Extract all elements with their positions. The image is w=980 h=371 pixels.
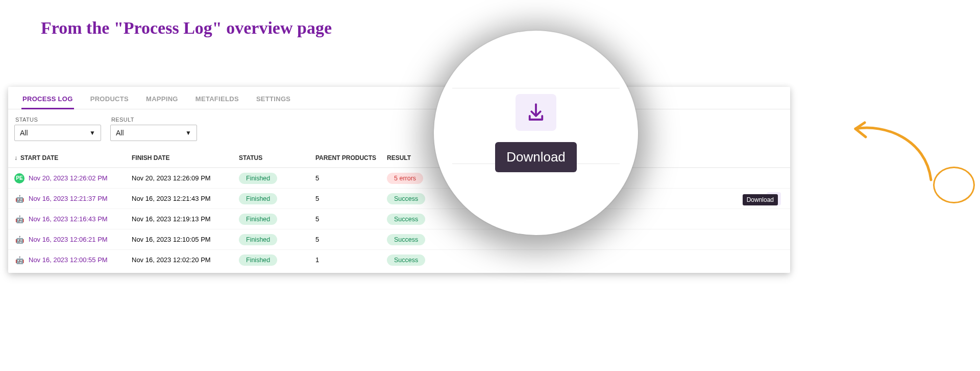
result-select-value: All — [116, 129, 124, 137]
col-start-date[interactable]: ↓ START DATE — [14, 154, 132, 161]
annotation-arrow-icon — [849, 119, 936, 185]
finish-date: Nov 16, 2023 12:02:20 PM — [132, 256, 239, 264]
table-row: 🤖 Nov 16, 2023 12:06:21 PM Nov 16, 2023 … — [8, 229, 790, 249]
tab-products[interactable]: PRODUCTS — [89, 92, 130, 109]
parent-products: 5 — [315, 174, 387, 182]
result-badge: Success — [387, 193, 425, 204]
finish-date: Nov 16, 2023 12:10:05 PM — [132, 236, 239, 243]
status-select[interactable]: All ▼ — [14, 125, 101, 141]
status-badge: Finished — [239, 173, 277, 184]
col-finish-date[interactable]: FINISH DATE — [132, 154, 239, 161]
filter-result-label: RESULT — [110, 117, 197, 123]
status-badge: Finished — [239, 254, 277, 266]
download-button-zoom — [516, 94, 556, 131]
status-badge: Finished — [239, 193, 277, 204]
filter-status-label: STATUS — [14, 117, 101, 123]
bot-avatar-icon: 🤖 — [14, 235, 24, 245]
table-row: PE Nov 20, 2023 12:26:02 PM Nov 20, 2023… — [8, 168, 790, 188]
table-header: ↓ START DATE FINISH DATE STATUS PARENT P… — [8, 148, 790, 168]
sort-desc-icon: ↓ — [14, 154, 17, 161]
start-date-link[interactable]: Nov 20, 2023 12:26:02 PM — [29, 174, 108, 182]
col-status[interactable]: STATUS — [239, 154, 315, 161]
start-date-link[interactable]: Nov 16, 2023 12:21:37 PM — [29, 195, 108, 202]
filter-status: STATUS All ▼ — [14, 117, 101, 141]
table-row: 🤖 Nov 16, 2023 12:21:37 PM Nov 16, 2023 … — [8, 188, 790, 208]
chevron-down-icon: ▼ — [89, 129, 95, 136]
parent-products: 1 — [315, 256, 387, 264]
finish-date: Nov 16, 2023 12:21:43 PM — [132, 195, 239, 202]
user-avatar: PE — [14, 173, 24, 183]
parent-products: 5 — [315, 195, 387, 202]
tab-metafields[interactable]: METAFIELDS — [194, 92, 240, 109]
start-date-link[interactable]: Nov 16, 2023 12:16:43 PM — [29, 215, 108, 223]
download-icon — [525, 102, 547, 123]
col-start-date-label: START DATE — [20, 154, 58, 161]
col-parent-products[interactable]: PARENT PRODUCTS — [315, 154, 387, 161]
download-tooltip-zoom: Download — [495, 142, 577, 172]
start-date-link[interactable]: Nov 16, 2023 12:06:21 PM — [29, 236, 108, 243]
process-log-panel: PROCESS LOG PRODUCTS MAPPING METAFIELDS … — [8, 87, 790, 273]
result-badge: Success — [387, 254, 425, 266]
result-badge: Success — [387, 214, 425, 225]
table-row: 🤖 Nov 16, 2023 12:00:55 PM Nov 16, 2023 … — [8, 249, 790, 270]
magnifier-lens: Download — [434, 31, 638, 235]
bot-avatar-icon: 🤖 — [14, 214, 24, 224]
finish-date: Nov 16, 2023 12:19:13 PM — [132, 215, 239, 223]
page-title: From the "Process Log" overview page — [0, 0, 980, 38]
result-badge: 5 errors — [387, 173, 423, 184]
start-date-link[interactable]: Nov 16, 2023 12:00:55 PM — [29, 256, 108, 264]
chevron-down-icon: ▼ — [185, 129, 191, 136]
tab-process-log[interactable]: PROCESS LOG — [21, 92, 74, 109]
status-badge: Finished — [239, 234, 277, 245]
finish-date: Nov 20, 2023 12:26:09 PM — [132, 174, 239, 182]
tab-mapping[interactable]: MAPPING — [145, 92, 179, 109]
tabs: PROCESS LOG PRODUCTS MAPPING METAFIELDS … — [8, 87, 790, 109]
annotation-circle — [933, 167, 975, 203]
filter-result: RESULT All ▼ — [110, 117, 197, 141]
filters: STATUS All ▼ RESULT All ▼ — [8, 109, 790, 148]
tab-settings[interactable]: SETTINGS — [255, 92, 291, 109]
result-badge: Success — [387, 234, 425, 245]
bot-avatar-icon: 🤖 — [14, 194, 24, 204]
status-select-value: All — [20, 129, 28, 137]
status-badge: Finished — [239, 214, 277, 225]
result-select[interactable]: All ▼ — [110, 125, 197, 141]
download-tooltip: Download — [743, 194, 778, 205]
table-row: 🤖 Nov 16, 2023 12:16:43 PM Nov 16, 2023 … — [8, 208, 790, 229]
parent-products: 5 — [315, 215, 387, 223]
bot-avatar-icon: 🤖 — [14, 255, 24, 265]
parent-products: 5 — [315, 236, 387, 243]
